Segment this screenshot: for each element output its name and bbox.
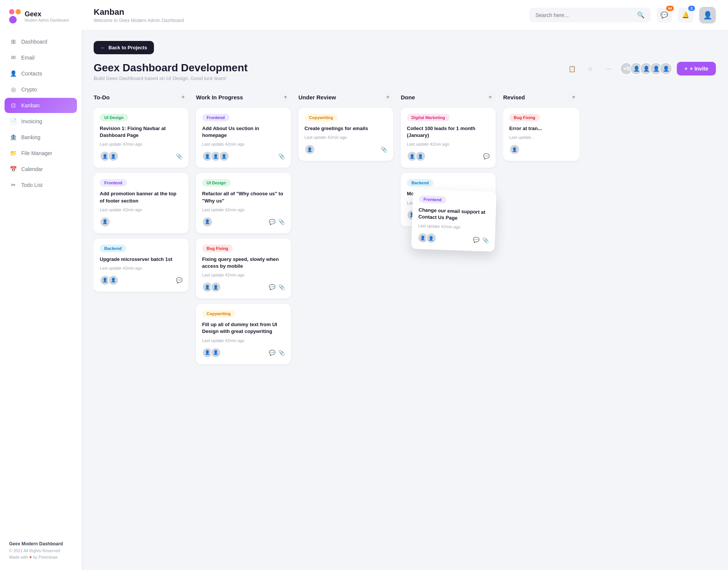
calendar-action-button[interactable]: 📋	[565, 62, 579, 75]
attachment-icon[interactable]: 📎	[278, 153, 285, 159]
sidebar-item-file-manager[interactable]: 📁 File Manager	[5, 146, 77, 161]
footer-heart-icon: ♥	[29, 555, 33, 559]
sidebar-item-kanban[interactable]: ⊡ Kanban	[5, 98, 77, 113]
sidebar-item-dashboard[interactable]: ⊞ Dashboard	[5, 34, 77, 49]
card-actions: 📎	[381, 146, 387, 152]
card-avatars: 👤 👤	[100, 151, 119, 162]
attachment-icon[interactable]: 📎	[278, 219, 285, 225]
card-avatar: 👤	[219, 151, 229, 162]
notifications-button[interactable]: 🔔 2	[678, 8, 693, 23]
card-tag: Copywriting	[304, 114, 338, 121]
dashboard-icon: ⊞	[10, 38, 17, 45]
star-action-button[interactable]: ☆	[584, 62, 597, 75]
more-action-button[interactable]: ⋯	[602, 62, 615, 75]
card-footer: 👤	[509, 144, 573, 155]
card-avatars: 👤	[509, 144, 520, 155]
card-update: Last update 42min ago	[304, 135, 387, 140]
search-input[interactable]	[535, 12, 633, 18]
arrow-left-icon: ←	[100, 45, 105, 50]
invite-button[interactable]: + + Invite	[677, 62, 716, 75]
sidebar-item-calendar[interactable]: 📅 Calendar	[5, 162, 77, 177]
column-review-add-button[interactable]: +	[383, 92, 393, 102]
comment-icon[interactable]: 💬	[269, 219, 275, 225]
card-avatar: 👤	[108, 275, 119, 286]
project-description: Build Geex Dashboard based on UI Design.…	[94, 75, 248, 81]
card-title: Fixing query speed, slowly when access b…	[202, 256, 285, 270]
column-done-add-button[interactable]: +	[485, 92, 496, 102]
card-update: Last update 42min ago	[407, 142, 490, 146]
sidebar-item-label: Email	[21, 55, 35, 61]
comment-icon[interactable]: 💬	[269, 284, 275, 290]
sidebar-item-todo[interactable]: ✏ Todo List	[5, 177, 77, 193]
column-wip-add-button[interactable]: +	[280, 92, 291, 102]
comment-icon[interactable]: 💬	[473, 237, 480, 243]
card-footer: 👤 👤 📎	[100, 151, 182, 162]
page-subtitle: Welcome to Geex Modern Admin Dashboard	[94, 18, 184, 23]
card-title: Revision 1: Fixing Navbar at Dashboard P…	[100, 125, 182, 139]
card-footer: 👤 👤 💬 📎	[202, 347, 285, 358]
back-to-projects-button[interactable]: ← Back to Projects	[94, 41, 154, 54]
card-avatars: 👤	[304, 144, 315, 155]
attachment-icon[interactable]: 📎	[278, 350, 285, 356]
attachment-icon[interactable]: 📎	[278, 284, 285, 290]
card-update: Last update 42min ago	[100, 266, 182, 270]
column-revised-header: Revised +	[503, 92, 579, 102]
card-avatars: 👤 👤	[202, 282, 221, 292]
sidebar-item-contacts[interactable]: 👤 Contacts	[5, 66, 77, 81]
card-avatars: 👤	[100, 217, 110, 227]
comment-icon[interactable]: 💬	[176, 277, 182, 283]
card-actions: 💬 📎	[269, 350, 285, 356]
sidebar-item-label: Crypto	[21, 86, 37, 93]
card-footer: 👤 👤 👤 📎	[202, 151, 285, 162]
comment-icon[interactable]: 💬	[269, 350, 275, 356]
logo-icon	[9, 9, 21, 24]
header-title-area: Kanban Welcome to Geex Modern Admin Dash…	[94, 7, 184, 23]
sidebar-item-label: Dashboard	[21, 39, 47, 45]
user-avatar[interactable]: 👤	[699, 7, 716, 24]
card-footer: 👤 👤 💬 📎	[417, 232, 489, 246]
project-actions: 📋 ☆ ⋯ +5 👤 👤 👤 👤 + + Invite	[565, 62, 716, 75]
card-update: Last update 42min ago	[202, 338, 285, 343]
logo-circle-pink	[9, 9, 14, 14]
card-footer: 👤 👤 💬	[407, 151, 490, 162]
invoicing-icon: 📄	[10, 118, 17, 125]
back-button-label: Back to Projects	[108, 45, 147, 50]
sidebar-item-crypto[interactable]: ◎ Crypto	[5, 82, 77, 97]
sidebar-item-email[interactable]: ✉ Email	[5, 50, 77, 65]
sidebar-item-label: File Manager	[21, 150, 52, 156]
card-title: Change our email support at Contact Us P…	[418, 207, 490, 223]
logo-area: Geex Modern Admin Dashboard	[0, 9, 82, 34]
messages-button[interactable]: 💬 64	[657, 8, 672, 23]
attachment-icon[interactable]: 📎	[482, 237, 489, 243]
card-tag: Bug Fixing	[509, 114, 540, 121]
card-wip-2: UI Design Refactor all of "Why choose us…	[196, 173, 291, 233]
column-revised-title: Revised	[503, 94, 525, 100]
card-avatars: 👤 👤	[100, 275, 119, 286]
logo-circle-orange	[16, 9, 21, 14]
sidebar-item-invoicing[interactable]: 📄 Invoicing	[5, 114, 77, 129]
sidebar-item-label: Invoicing	[21, 118, 42, 124]
attachment-icon[interactable]: 📎	[381, 146, 387, 152]
card-title: Error at tran...	[509, 125, 573, 132]
crypto-icon: ◎	[10, 86, 17, 93]
calendar-icon: 📅	[10, 166, 17, 173]
sidebar-item-label: Contacts	[21, 71, 42, 77]
project-title-area: Geex Dashboard Development Build Geex Da…	[94, 62, 248, 81]
sidebar-item-banking[interactable]: 🏦 Banking	[5, 130, 77, 145]
column-todo-add-button[interactable]: +	[178, 92, 188, 102]
footer-by: by Peterdraw	[33, 555, 58, 559]
search-box[interactable]: 🔍	[529, 8, 651, 22]
card-avatars: 👤 👤	[407, 151, 426, 162]
attachment-icon[interactable]: 📎	[176, 153, 182, 159]
card-avatar: 👤	[426, 233, 437, 244]
card-todo-2: Frontend Add promotion banner at the top…	[94, 173, 188, 233]
comment-icon[interactable]: 💬	[483, 153, 490, 159]
card-tag: Backend	[407, 179, 433, 187]
card-title: Add promotion banner at the top of foote…	[100, 190, 182, 204]
search-icon[interactable]: 🔍	[637, 11, 645, 19]
card-footer: 👤	[100, 217, 182, 227]
card-tag: Frontend	[100, 179, 127, 187]
card-avatars: 👤	[202, 217, 213, 227]
card-revised-1: Bug Fixing Error at tran... Last update.…	[503, 108, 579, 161]
column-revised-add-button[interactable]: +	[568, 92, 579, 102]
